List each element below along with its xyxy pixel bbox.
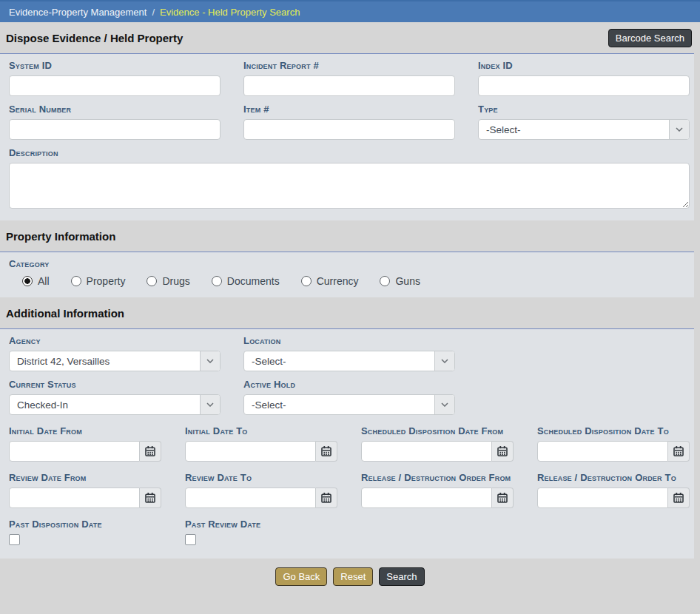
category-radio-currency-input[interactable] [301, 276, 312, 286]
category-radio-all-input[interactable] [22, 276, 33, 286]
calendar-icon [673, 493, 684, 503]
additional-information-header: Additional Information [0, 297, 700, 328]
agency-select-value: District 42, Versailles [10, 351, 200, 371]
breadcrumb-current-link[interactable]: Evidence - Held Property Search [160, 7, 300, 18]
agency-label: Agency [9, 335, 221, 346]
chevron-down-icon [434, 351, 454, 371]
search-button[interactable]: Search [379, 567, 424, 586]
property-information-header: Property Information [0, 220, 700, 252]
scheduled-disposition-date-to-input[interactable] [537, 441, 668, 462]
item-number-field: Item # [243, 96, 455, 140]
category-radio-guns[interactable]: Guns [380, 275, 420, 287]
category-radio-drugs[interactable]: Drugs [147, 275, 189, 287]
release-destruction-order-from-input[interactable] [361, 488, 492, 508]
location-select-value: -Select- [244, 351, 434, 371]
current-status-field: Current Status Checked-In [9, 371, 221, 415]
barcode-search-button[interactable]: Barcode Search [608, 29, 692, 47]
calendar-button[interactable] [140, 441, 161, 462]
system-id-label: System ID [9, 60, 221, 71]
chevron-down-icon [200, 351, 220, 371]
release-destruction-order-to-input[interactable] [537, 488, 668, 508]
calendar-button[interactable] [668, 488, 690, 508]
footer-actions: Go Back Reset Search [0, 559, 700, 596]
breadcrumb-parent-link[interactable]: Evidence-Property Management [9, 7, 147, 18]
system-id-input[interactable] [9, 75, 221, 96]
breadcrumb-separator: / [152, 7, 155, 18]
category-radio-guns-input[interactable] [380, 276, 390, 286]
calendar-button[interactable] [492, 441, 514, 462]
type-label: Type [478, 104, 690, 115]
initial-date-from-label: Initial Date From [9, 425, 161, 436]
item-number-input[interactable] [243, 119, 455, 140]
category-radio-documents-input[interactable] [212, 276, 222, 286]
serial-number-field: Serial Number [9, 96, 221, 140]
past-review-date-label: Past Review Date [185, 519, 337, 530]
description-textarea[interactable] [9, 163, 690, 209]
calendar-icon [673, 446, 684, 456]
go-back-button[interactable]: Go Back [275, 567, 327, 586]
category-radio-all[interactable]: All [22, 275, 50, 287]
category-radio-property-label: Property [87, 275, 126, 287]
page-title: Dispose Evidence / Held Property [6, 32, 183, 44]
initial-date-to-label: Initial Date To [185, 425, 337, 436]
past-disposition-date-checkbox[interactable] [9, 534, 20, 545]
reset-button[interactable]: Reset [333, 567, 373, 586]
category-radio-documents-label: Documents [227, 275, 280, 287]
agency-select[interactable]: District 42, Versailles [9, 351, 221, 371]
calendar-button[interactable] [316, 488, 337, 508]
serial-number-label: Serial Number [9, 104, 221, 115]
calendar-icon [321, 446, 332, 456]
category-radio-property[interactable]: Property [71, 275, 126, 287]
calendar-button[interactable] [492, 488, 514, 508]
review-date-from-input[interactable] [9, 488, 140, 508]
review-date-from-label: Review Date From [9, 472, 161, 483]
calendar-button[interactable] [140, 488, 161, 508]
initial-date-from-input[interactable] [9, 441, 140, 462]
calendar-button[interactable] [316, 441, 337, 462]
current-status-select[interactable]: Checked-In [9, 394, 221, 415]
location-field: Location -Select- [243, 329, 455, 371]
item-number-label: Item # [243, 104, 455, 115]
chevron-down-icon [200, 395, 220, 414]
past-disposition-date-label: Past Disposition Date [9, 519, 161, 530]
incident-report-input[interactable] [243, 75, 455, 96]
category-radio-property-input[interactable] [71, 276, 81, 286]
location-select[interactable]: -Select- [243, 351, 455, 371]
category-radio-drugs-input[interactable] [147, 276, 157, 286]
review-date-from-field: Review Date From [9, 462, 161, 508]
type-field: Type -Select- [478, 96, 690, 140]
category-label: Category [9, 258, 690, 269]
description-field: Description [0, 147, 694, 212]
serial-number-input[interactable] [9, 119, 221, 140]
calendar-button[interactable] [668, 441, 690, 462]
incident-report-label: Incident Report # [243, 60, 455, 71]
category-radio-drugs-label: Drugs [162, 275, 189, 287]
release-destruction-order-from-field: Release / Destruction Order From [361, 462, 514, 508]
release-destruction-order-from-label: Release / Destruction Order From [361, 472, 514, 483]
category-radio-group: All Property Drugs Documents Currency Gu… [0, 274, 694, 297]
active-hold-label: Active Hold [243, 379, 455, 390]
scheduled-disposition-date-from-field: Scheduled Disposition Date From [361, 415, 514, 462]
past-review-date-checkbox[interactable] [185, 534, 196, 545]
index-id-input[interactable] [478, 75, 690, 96]
calendar-icon [497, 493, 508, 503]
release-destruction-order-to-field: Release / Destruction Order To [537, 462, 690, 508]
active-hold-select-value: -Select- [244, 395, 434, 414]
category-radio-guns-label: Guns [395, 275, 420, 287]
search-panel: System ID Incident Report # Index ID Ser… [0, 53, 694, 220]
active-hold-select[interactable]: -Select- [243, 394, 455, 415]
past-disposition-date-field: Past Disposition Date [9, 508, 161, 550]
description-label: Description [9, 147, 690, 158]
review-date-to-field: Review Date To [185, 462, 337, 508]
type-select[interactable]: -Select- [478, 119, 690, 140]
initial-date-to-input[interactable] [185, 441, 316, 462]
review-date-to-input[interactable] [185, 488, 316, 508]
current-status-select-value: Checked-In [10, 395, 200, 414]
active-hold-field: Active Hold -Select- [243, 371, 455, 415]
category-radio-documents[interactable]: Documents [212, 275, 280, 287]
property-information-title: Property Information [6, 230, 115, 243]
scheduled-disposition-date-from-input[interactable] [361, 441, 492, 462]
page-header: Dispose Evidence / Held Property Barcode… [0, 22, 700, 53]
category-radio-currency[interactable]: Currency [301, 275, 359, 287]
index-id-label: Index ID [478, 60, 690, 71]
